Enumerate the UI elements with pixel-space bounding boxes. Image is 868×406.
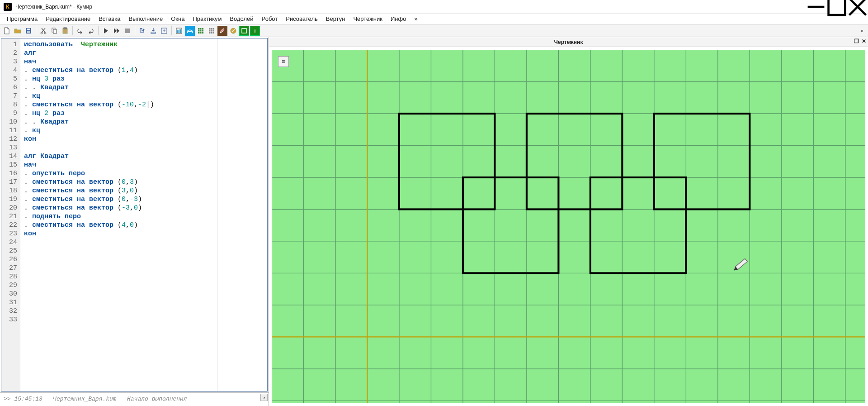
line-number: 27 [1,264,20,272]
line-gutter: 1234567891011121314151617181920212223242… [1,38,20,391]
code-line[interactable]: . кц [24,92,213,100]
menu-item[interactable]: Вставка [94,14,124,23]
code-line[interactable]: алг [24,49,213,57]
code-line[interactable]: . кц [24,126,213,135]
run-button[interactable] [101,26,111,36]
code-line[interactable]: нач [24,161,213,169]
actor-robot-button[interactable] [185,26,195,36]
actor-grid2-button[interactable] [207,26,217,36]
menu-item[interactable]: Редактирование [42,14,94,23]
code-line[interactable] [24,298,213,307]
undo-button[interactable] [75,26,85,36]
code-line[interactable]: . нц 2 раз [24,109,213,118]
close-button[interactable] [847,0,868,14]
line-number: 28 [1,272,20,281]
cut-button[interactable] [38,26,48,36]
console[interactable]: >> 15:45:13 - Чертежник_Варя.kum - Начал… [0,392,269,406]
code-line[interactable]: алг Квадрат [24,152,213,161]
code-line[interactable]: . . Квадрат [24,118,213,126]
save-file-button[interactable] [24,26,33,36]
code-line[interactable]: кон [24,135,213,143]
console-scroll-up-icon[interactable]: ▴ [260,394,268,401]
code-line[interactable]: . . Квадрат [24,83,213,92]
drawer-canvas[interactable]: ≡ [272,50,865,403]
svg-rect-16 [179,29,181,33]
actor-grid-button[interactable] [196,26,206,36]
code-line[interactable]: . сместиться на вектор (3,0) [24,186,213,195]
line-number: 29 [1,281,20,290]
run-fast-button[interactable] [112,26,122,36]
code-area[interactable]: использовать Чертежникалгнач. сместиться… [20,38,217,391]
line-number: 31 [1,298,20,307]
code-line[interactable]: использовать Чертежник [24,40,213,49]
paste-button[interactable] [60,26,70,36]
svg-rect-17 [198,28,203,33]
step-out-button[interactable] [159,26,169,36]
line-number: 8 [1,100,20,109]
actor-vodoley-button[interactable] [174,26,184,36]
code-line[interactable]: . поднять перо [24,212,213,221]
menu-item[interactable]: Водолей [226,14,257,23]
menu-item[interactable]: Окна [167,14,189,23]
menu-item[interactable]: Чертежник [349,14,387,23]
code-line[interactable]: . нц 3 раз [24,75,213,83]
copy-button[interactable] [49,26,59,36]
code-line[interactable]: кон [24,229,213,238]
code-line[interactable] [24,281,213,290]
code-line[interactable] [24,307,213,315]
actor-info-button[interactable]: i [250,26,260,36]
panel-close-icon[interactable]: ✕ [862,38,866,44]
menu-item[interactable]: » [410,14,421,23]
code-line[interactable]: . сместиться на вектор (-3,0) [24,204,213,212]
toolbar-separator [36,26,36,35]
canvas-menu-icon[interactable]: ≡ [278,56,289,67]
toolbar-overflow-icon[interactable]: » [858,28,866,34]
line-number: 15 [1,161,20,169]
app-icon: К [4,3,12,11]
maximize-button[interactable] [826,0,847,14]
code-line[interactable]: . сместиться на вектор (0,-3) [24,195,213,204]
code-editor[interactable]: 1234567891011121314151617181920212223242… [1,38,268,392]
code-line[interactable] [24,247,213,255]
menu-item[interactable]: Программа [3,14,42,23]
line-number: 5 [1,75,20,83]
panel-maximize-icon[interactable]: ❐ [854,38,859,44]
menu-item[interactable]: Робот [258,14,282,23]
minimize-button[interactable] [806,0,826,14]
stop-button[interactable] [123,26,132,36]
actor-drawer-button[interactable] [239,26,249,36]
code-line[interactable]: . сместиться на вектор (0,3) [24,178,213,186]
svg-rect-22 [272,50,865,403]
code-line[interactable] [24,264,213,272]
code-line[interactable] [24,290,213,298]
svg-rect-9 [64,28,66,29]
menu-item[interactable]: Практикум [189,14,226,23]
open-file-button[interactable] [13,26,23,36]
new-file-button[interactable] [2,26,12,36]
line-number: 6 [1,83,20,92]
code-line[interactable]: . сместиться на вектор (-10,-2|) [24,100,213,109]
step-into-button[interactable] [148,26,158,36]
actor-painter-button[interactable] [217,26,227,36]
menu-item[interactable]: Выполнение [124,14,167,23]
code-line[interactable]: . сместиться на вектор (1,4) [24,66,213,75]
code-line[interactable]: . сместиться на вектор (4,0) [24,221,213,229]
svg-rect-10 [125,29,130,33]
line-number: 25 [1,247,20,255]
line-number: 23 [1,229,20,238]
line-number: 3 [1,57,20,66]
code-line[interactable] [24,238,213,247]
menu-item[interactable]: Вертун [322,14,349,23]
code-line[interactable]: нач [24,57,213,66]
actor-turtle-button[interactable] [228,26,238,36]
menu-item[interactable]: Рисователь [282,14,321,23]
code-line[interactable] [24,272,213,281]
step-button[interactable] [137,26,147,36]
drawer-panel-title-text: Чертежник [554,39,583,45]
code-line[interactable]: . опустить перо [24,169,213,178]
code-line[interactable] [24,143,213,152]
redo-button[interactable] [86,26,96,36]
code-line[interactable] [24,315,213,324]
menu-item[interactable]: Инфо [387,14,410,23]
code-line[interactable] [24,255,213,264]
